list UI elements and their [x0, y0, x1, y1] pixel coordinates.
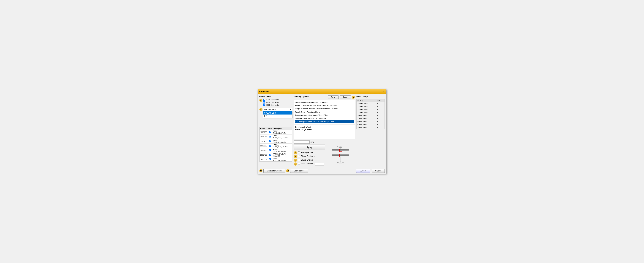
- dropdown-item-pa[interactable]: P-A: [263, 115, 292, 118]
- row-10: 10 Save Selection: [294, 162, 325, 166]
- cell-use[interactable]: [268, 130, 272, 134]
- diagram-area: [326, 145, 355, 166]
- checkbox-3300-input[interactable]: [263, 104, 265, 106]
- groups-table-row: 300 x 4500 X: [356, 126, 385, 129]
- use-checkbox[interactable]: [269, 131, 271, 133]
- save-selection-label: Save Selection: [301, 163, 313, 165]
- checkbox-2700-label: 2700 Elements: [266, 101, 279, 104]
- cell-use[interactable]: [268, 139, 272, 143]
- group-name: 300 x 4500: [356, 126, 376, 129]
- table-row: 1908265 PANEL 3,3x0,3(0,99m2): [260, 148, 292, 153]
- cell-code: 1908256: [260, 134, 268, 139]
- cell-use[interactable]: [268, 157, 272, 162]
- groups-table: Group Use 3300 x 4800 X 2700 x 4800 X 24…: [356, 99, 385, 129]
- left-panel: Panels to use 4 1200 Elements 2700 Eleme…: [259, 96, 292, 166]
- use-checkbox[interactable]: [269, 145, 271, 147]
- checkbox-2700-input[interactable]: [263, 101, 265, 104]
- cell-desc: PANEL 3,3x0,6(1,98m2): [272, 139, 292, 143]
- infilling-label: Infilling required: [301, 151, 314, 154]
- options-list-item[interactable]: Ties throughout Wood / Panel = Ties thro…: [295, 120, 354, 123]
- options-list-item[interactable]: Panel Orientation = Horizontal To Optimi…: [295, 101, 354, 104]
- dropdown-arrow-icon: ▼: [290, 109, 292, 110]
- cancel-button[interactable]: Cancel: [372, 169, 385, 173]
- group-use: X: [376, 105, 385, 108]
- checkbox-3300: 3300 Elements: [263, 104, 292, 106]
- tie-diagram-svg: [330, 146, 351, 165]
- badge-8: 8: [294, 155, 297, 158]
- use-checkbox[interactable]: [269, 149, 271, 151]
- checkbox-3300-label: 3300 Elements: [266, 104, 279, 106]
- col-code: Code: [260, 127, 268, 130]
- save-selection-input[interactable]: [314, 163, 324, 165]
- save-button[interactable]: Save: [328, 96, 339, 99]
- panels-table-container[interactable]: Code Use Description 1908253 PANEL 3,3x0…: [259, 127, 292, 162]
- groups-table-row: 3300 x 4800 X: [356, 102, 385, 105]
- cell-code: 1900487: [260, 153, 268, 157]
- save-selection-checkbox[interactable]: [298, 163, 300, 165]
- options-list-item[interactable]: Height In Narrow Panels = Minimized Numb…: [295, 107, 354, 110]
- group-use: X: [376, 108, 385, 111]
- panel-groups-title: Panel Groups: [356, 96, 385, 98]
- badge-7: 7: [294, 151, 297, 154]
- svg-rect-8: [340, 149, 342, 152]
- table-row: 1908262 PANEL 3,3x0,45(1,485m2): [260, 143, 292, 148]
- group-name: 3300 x 4800: [356, 102, 376, 105]
- cell-use[interactable]: [268, 134, 272, 139]
- row-7: 7 Infilling required: [294, 151, 325, 154]
- cell-use[interactable]: [268, 148, 272, 153]
- bottom-bar: 11 Calculate Groups 12 Use/Not Use Accep…: [258, 168, 386, 174]
- apply-button[interactable]: Apply: [294, 145, 325, 150]
- group-name: 900 x 4500: [356, 114, 376, 117]
- load-button[interactable]: Load: [340, 96, 351, 99]
- group-use: X: [376, 120, 385, 123]
- calculate-groups-button[interactable]: Calculate Groups: [264, 169, 285, 173]
- options-list-item[interactable]: Compensations Position = In The Middle: [295, 117, 354, 120]
- use-checkbox[interactable]: [269, 140, 271, 142]
- clamp-end-label: Clamp Ending: [301, 159, 312, 161]
- table-row: 1908253 PANEL 3,3x0,9(2,97m2): [260, 130, 292, 134]
- checkbox-1200-label: 1200 Elements: [266, 99, 279, 101]
- cell-code: 1900002: [260, 157, 268, 162]
- close-button[interactable]: ✕: [381, 90, 385, 93]
- dropdown-item-galvanized[interactable]: GALVANIZED: [263, 111, 292, 115]
- cell-use[interactable]: [268, 143, 272, 148]
- middle-left-controls: Apply 7 Infilling required 8 Clamp Begin…: [294, 145, 325, 166]
- checkbox-1200: 1200 Elements: [263, 99, 292, 101]
- cell-code: 1908259: [260, 139, 268, 143]
- mm-input[interactable]: [294, 140, 310, 144]
- options-list-item[interactable]: Height In Wide Panels = Minimized Number…: [295, 104, 354, 107]
- group-use: X: [376, 126, 385, 129]
- ties-line1: Ties through Wood: [295, 126, 354, 128]
- groups-table-row: 900 x 4500 X: [356, 114, 385, 117]
- group-name: 2400 x 4050: [356, 108, 376, 111]
- panels-to-use-title: Panels to use: [259, 96, 292, 98]
- dialog-title: Formwork: [259, 90, 269, 93]
- use-checkbox[interactable]: [269, 158, 271, 160]
- middle-bottom: Apply 7 Infilling required 8 Clamp Begin…: [294, 145, 355, 166]
- options-list-item[interactable]: Panels Tying = AdjustableClamp: [295, 110, 354, 114]
- infilling-checkbox[interactable]: [298, 151, 300, 153]
- clamp-begin-checkbox[interactable]: [298, 155, 300, 157]
- cell-desc: PANEL 2,7x2,4(6,48m2): [272, 157, 292, 162]
- checkbox-2700: 2700 Elements: [263, 101, 292, 104]
- use-checkbox[interactable]: [269, 136, 271, 137]
- groups-col-group: Group: [356, 99, 376, 102]
- table-row: 1900002 PANEL 2,7x2,4(6,48m2): [260, 157, 292, 162]
- use-not-use-button[interactable]: Use/Not Use: [290, 169, 308, 173]
- ties-box: Ties through Wood Ties through Panel: [294, 125, 355, 139]
- clamp-end-checkbox[interactable]: [298, 159, 300, 161]
- panels-table: Code Use Description 1908253 PANEL 3,3x0…: [260, 127, 292, 162]
- options-list-item[interactable]: Compensations = Use Always Wood Fillers: [295, 114, 354, 117]
- forming-options-title: Forming Options: [294, 96, 309, 98]
- groups-table-row: 1200 x 4050 X: [356, 111, 385, 114]
- use-checkbox[interactable]: [269, 154, 271, 156]
- cell-desc: PANEL 3,3x0,3(0,99m2): [272, 148, 292, 153]
- badge-9: 9: [294, 159, 297, 162]
- cell-use[interactable]: [268, 153, 272, 157]
- formwork-dialog: Formwork ✕ Panels to use 4 1200 Elements: [258, 89, 386, 174]
- mm-row: mm: [294, 140, 355, 144]
- galvanized-dropdown[interactable]: GALVANIZED ▼: [263, 108, 292, 111]
- group-name: 1200 x 4050: [356, 111, 376, 114]
- accept-button[interactable]: Accept: [356, 169, 370, 173]
- checkbox-1200-input[interactable]: [263, 99, 265, 101]
